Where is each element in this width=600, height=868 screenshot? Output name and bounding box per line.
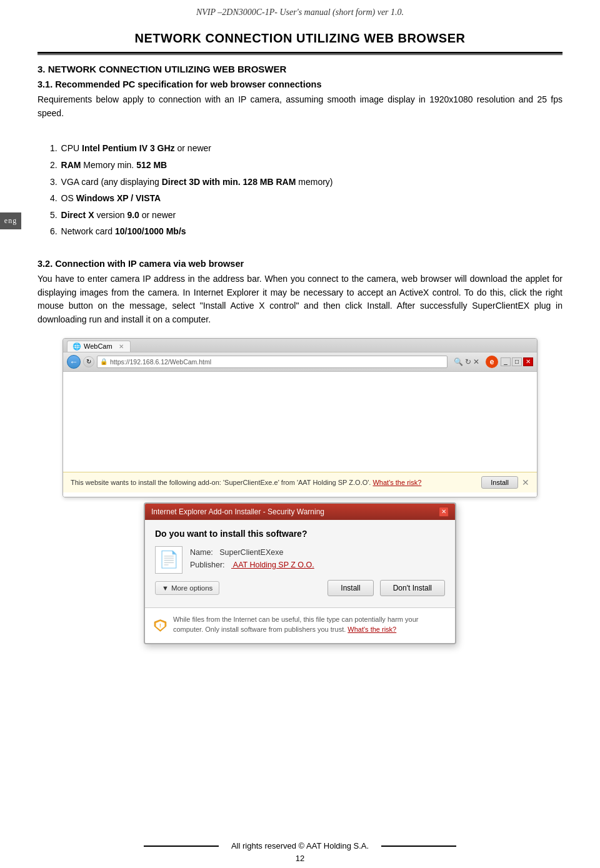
minimize-button[interactable]: _ <box>501 357 511 366</box>
browser-content-area: This website wants to install the follow… <box>63 372 537 497</box>
footer-line-left <box>144 846 219 847</box>
lock-icon: 🔒 <box>100 358 108 365</box>
sub31-heading: 3.1. Recommended PC specification for we… <box>38 79 562 89</box>
list-item: 1. CPU Intel Pentium IV 3 GHz or newer <box>50 140 562 157</box>
shield-icon: ! <box>154 614 167 637</box>
software-icon: 📄 <box>159 550 179 569</box>
activex-notification-bar: This website wants to install the follow… <box>63 472 537 492</box>
back-button[interactable]: ← <box>67 355 81 369</box>
list-item: 6. Network card 10/100/1000 Mb/s <box>50 223 562 240</box>
hr-thick <box>38 52 562 55</box>
activex-close-icon[interactable]: ✕ <box>522 477 529 487</box>
sub31-body: Requirements below apply to connection w… <box>38 93 562 120</box>
address-bar[interactable]: 🔒 https://192.168.6.12/WebCam.html <box>97 356 448 368</box>
chevron-down-icon: ▼ <box>162 584 169 592</box>
activex-message: This website wants to install the follow… <box>71 479 481 486</box>
spec-list: 1. CPU Intel Pentium IV 3 GHz or newer 2… <box>50 140 562 240</box>
dialog-warning-text: While files from the Internet can be use… <box>173 614 446 635</box>
footer-text: All rights reserved © AAT Holding S.A. <box>231 841 369 851</box>
header-title: NVIP –2DN3000C-1P- User's manual (short … <box>196 7 404 17</box>
forward-button[interactable]: ↻ <box>83 356 94 367</box>
dialog-info-row: 📄 Name: SuperClientEXexe Publisher: AAT … <box>155 546 445 574</box>
publisher-link[interactable]: AAT Holding SP Z O.O. <box>231 561 314 569</box>
dialog-title: Internet Explorer Add-on Installer - Sec… <box>151 507 324 516</box>
sub32-heading: 3.2. Connection with IP camera via web b… <box>38 259 562 269</box>
browser-tab[interactable]: 🌐 WebCam ✕ <box>67 341 131 352</box>
main-title: NETWORK CONNECTION UTILIZING WEB BROWSER <box>38 31 562 46</box>
svg-text:!: ! <box>159 623 161 629</box>
name-value: SuperClientEXexe <box>219 548 283 557</box>
page-footer: All rights reserved © AAT Holding S.A. <box>38 841 562 851</box>
page-header: NVIP –2DN3000C-1P- User's manual (short … <box>0 0 600 20</box>
list-item: 5. Direct X version 9.0 or newer <box>50 207 562 224</box>
software-icon-box: 📄 <box>155 546 182 574</box>
section3-heading: 3. NETWORK CONNECTION UTILIZING WEB BROS… <box>38 64 562 74</box>
dialog-info-text: Name: SuperClientEXexe Publisher: AAT Ho… <box>190 546 314 571</box>
browser-toolbar: ← ↻ 🔒 https://192.168.6.12/WebCam.html 🔍… <box>63 352 537 372</box>
browser-tab-bar: 🌐 WebCam ✕ <box>63 339 537 352</box>
main-content: NETWORK CONNECTION UTILIZING WEB BROWSER… <box>38 31 562 743</box>
activex-install-button[interactable]: Install <box>481 476 518 489</box>
dialog-titlebar: Internet Explorer Add-on Installer - Sec… <box>145 504 455 520</box>
list-item: 3. VGA card (any displaying Direct 3D wi… <box>50 174 562 191</box>
name-label: Name: <box>190 548 213 557</box>
activex-risk-link[interactable]: What's the risk? <box>372 479 421 486</box>
publisher-value: AAT Holding SP Z O.O. <box>233 561 314 569</box>
dont-install-button[interactable]: Don't Install <box>380 580 445 596</box>
page-content-placeholder <box>63 372 537 472</box>
address-text: https://192.168.6.12/WebCam.html <box>110 358 211 366</box>
window-controls: _ □ ✕ <box>501 357 533 366</box>
publisher-label: Publisher: <box>190 561 225 569</box>
warning-risk-link[interactable]: What's the risk? <box>348 626 396 633</box>
stop-icon[interactable]: ✕ <box>473 357 479 366</box>
dialog-question: Do you want to install this software? <box>155 529 445 539</box>
footer-line-right <box>381 846 456 847</box>
install-button[interactable]: Install <box>328 580 373 596</box>
side-tab: eng <box>0 212 21 229</box>
list-item: 2. RAM Memory min. 512 MB <box>50 157 562 174</box>
dialog-warning-bar: ! While files from the Internet can be u… <box>145 607 455 643</box>
more-options-button[interactable]: ▼ More options <box>155 581 219 595</box>
page-number: 12 <box>296 854 304 863</box>
tab-close[interactable]: ✕ <box>119 343 124 350</box>
maximize-button[interactable]: □ <box>512 357 522 366</box>
dialog-close-button[interactable]: ✕ <box>439 507 449 517</box>
dialog-buttons-row: ▼ More options Install Don't Install <box>155 580 445 596</box>
browser-mockup: 🌐 WebCam ✕ ← ↻ 🔒 https://192.168.6.12/We… <box>62 338 538 497</box>
ie-logo: e <box>486 356 498 368</box>
list-item: 4. OS Windows XP / VISTA <box>50 190 562 207</box>
search-icon[interactable]: 🔍 <box>454 357 463 366</box>
toolbar-icons: 🔍 ↻ ✕ <box>454 357 479 366</box>
close-button[interactable]: ✕ <box>523 357 533 366</box>
tab-icon: 🌐 <box>72 342 81 351</box>
tab-label: WebCam <box>84 342 112 350</box>
refresh-icon[interactable]: ↻ <box>465 357 471 366</box>
dialog-body: Do you want to install this software? 📄 … <box>145 520 455 607</box>
security-dialog: Internet Explorer Add-on Installer - Sec… <box>144 502 456 644</box>
sub32-body: You have to enter camera IP address in t… <box>38 272 562 327</box>
